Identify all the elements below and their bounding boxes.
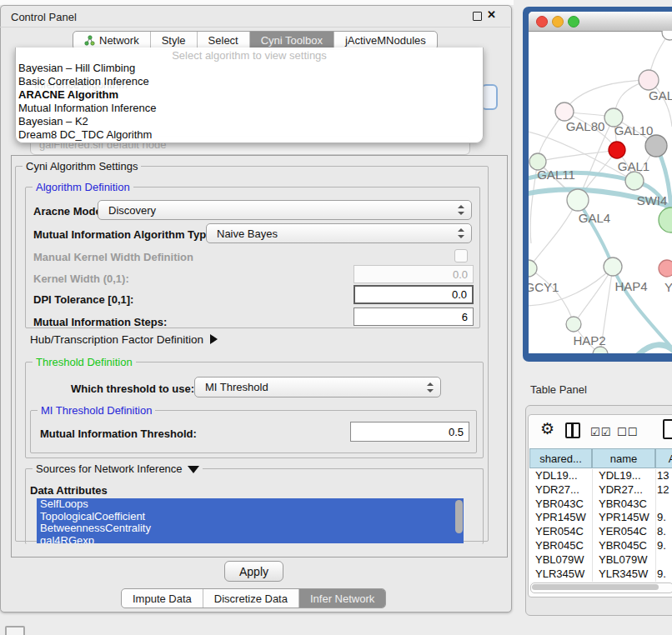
tab-infer-network[interactable]: Infer Network [299,589,385,608]
table-row[interactable]: YLR345WYLR345W9. [529,568,672,582]
cell[interactable]: YPR145W [592,511,655,525]
select-all-icon[interactable]: ☑☑ [590,426,611,438]
attribute-item[interactable]: BetweennessCentrality [37,522,464,535]
list-scrollbar-thumb[interactable] [455,500,463,533]
node-gal80[interactable] [555,102,574,121]
node-swi4[interactable] [625,172,644,190]
cell[interactable]: YDL19... [592,469,655,483]
node-bottom[interactable] [593,347,608,353]
tab-impute-data[interactable]: Impute Data [122,589,203,608]
node-gcy1[interactable] [529,260,537,277]
table-row[interactable]: YDL19...YDL19...13 [529,469,672,483]
cell[interactable]: YLR345W [592,568,655,582]
column-header-name[interactable]: name [592,448,655,468]
float-window-icon[interactable] [473,12,482,21]
algorithm-definition-title: Algorithm Definition [33,181,133,193]
zoom-traffic-light[interactable] [568,16,579,28]
column-header-third[interactable]: A [655,448,672,468]
cell[interactable]: 9. [655,568,666,582]
cell[interactable]: YBR045C [529,539,592,553]
dropdown-item[interactable]: Dream8 DC_TDC Algorithm [18,128,477,142]
control-panel-title: Control Panel [11,11,77,23]
attribute-item[interactable]: gal4RGexp [37,535,464,544]
mi-threshold-field[interactable]: 0.5 [350,422,469,442]
node-label: GAL80 [566,119,605,133]
aracne-mode-combo[interactable]: Discovery [98,200,472,220]
cell[interactable]: YDR27... [592,483,655,498]
table-horizontal-scrollbar-thumb[interactable] [532,584,659,590]
sources-title[interactable]: Sources for Network Inference [33,462,203,475]
tab-cyni-toolbox-label: Cyni Toolbox [261,34,323,47]
split-view-icon[interactable] [565,422,580,438]
cell[interactable]: 12 [655,483,669,498]
kernel-width-field[interactable]: 0.0 [354,265,474,283]
apply-button[interactable]: Apply [224,561,283,582]
table-row[interactable]: YPR145WYPR145W9. [529,511,672,525]
tab-jactivemnodules[interactable]: jActiveMNodules [334,32,437,49]
table-row[interactable]: YBR045CYBR045C9. [529,539,672,553]
cell[interactable]: YPR145W [529,511,592,525]
node-hap2[interactable] [566,317,581,332]
mi-steps-field[interactable]: 6 [354,308,474,326]
cell[interactable]: 13 [655,469,669,483]
cell[interactable]: YIL052C [592,581,655,582]
cell[interactable]: YBL079W [529,553,592,568]
attribute-item[interactable]: SelfLoops [37,498,464,511]
dropdown-item[interactable]: Bayesian – Hill Climbing [18,62,477,75]
cell[interactable]: YER054C [529,525,592,539]
table-row[interactable]: YBR043CYBR043C [529,498,672,512]
tab-cyni-toolbox[interactable]: Cyni Toolbox [250,32,334,49]
node-gal4[interactable] [567,189,589,211]
cell[interactable]: YLR345W [529,568,592,582]
cell[interactable]: 9. [655,539,666,553]
node-big-green[interactable] [659,208,672,232]
node[interactable] [662,31,672,40]
column-header-shared-name[interactable]: shared... [529,448,592,468]
cell[interactable]: 9 [655,581,663,582]
cell[interactable]: YBR043C [529,498,592,512]
cell[interactable]: YBR043C [592,498,655,512]
cell[interactable]: YER054C [592,525,655,539]
dropdown-item[interactable]: Mutual Information Inference [18,102,477,115]
cell[interactable]: YIL052C [529,581,592,582]
close-traffic-light[interactable] [536,16,548,28]
hub-transcription-section[interactable]: Hub/Transcription Factor Definition [30,333,218,346]
node-gal1[interactable] [609,142,625,158]
tab-discretize-data[interactable]: Discretize Data [203,589,299,608]
dpi-tolerance-field[interactable]: 0.0 [354,285,474,304]
tab-network[interactable]: Network [73,32,151,49]
minimize-traffic-light[interactable] [552,16,564,28]
cell[interactable]: YBR045C [592,539,655,553]
network-canvas[interactable]: GAL GAL80 GAL10 GAL1 GAL11 SWI4 GAL4 GCY… [529,31,672,353]
mi-algorithm-type-combo[interactable]: Naive Bayes [206,223,472,243]
collapsed-panel-icon[interactable] [5,626,25,635]
tab-style[interactable]: Style [151,32,198,49]
file-icon[interactable] [663,419,672,439]
deselect-all-icon[interactable]: ☐☐ [617,426,638,438]
table-row[interactable]: YBL079WYBL079W [529,553,672,568]
network-window-titlebar[interactable] [529,12,672,32]
table-row[interactable]: YER054CYER054C8. [529,525,672,539]
mi-threshold-group-title: MI Threshold Definition [38,404,155,417]
dropdown-item-selected[interactable]: ARACNE Algorithm [18,88,477,102]
tab-select[interactable]: Select [198,32,250,49]
cell[interactable]: YDR27... [529,483,592,498]
close-window-icon[interactable]: ✕ [487,8,496,21]
dropdown-item[interactable]: Basic Correlation Inference [18,75,477,88]
table-row[interactable]: YIL052CYIL052C9 [529,581,672,582]
node-label: GAL4 [579,211,610,225]
table-row[interactable]: YDR27...YDR27...12 [529,483,672,498]
attribute-item[interactable]: TopologicalCoefficient [37,511,464,523]
dropdown-item[interactable]: Bayesian – K2 [18,115,477,128]
which-threshold-combo[interactable]: MI Threshold [194,377,441,398]
cell[interactable]: 8. [655,525,666,539]
node-gray[interactable] [645,135,667,157]
node-gal[interactable] [639,70,659,90]
manual-kernel-width-checkbox[interactable] [454,249,468,262]
cell[interactable]: YDL19... [529,469,592,483]
node-salmon[interactable] [659,260,672,277]
gear-icon[interactable]: ⚙ [540,420,554,438]
cell[interactable]: YBL079W [592,553,655,568]
cell[interactable]: 9. [655,511,666,525]
node-hap4[interactable] [604,258,622,276]
